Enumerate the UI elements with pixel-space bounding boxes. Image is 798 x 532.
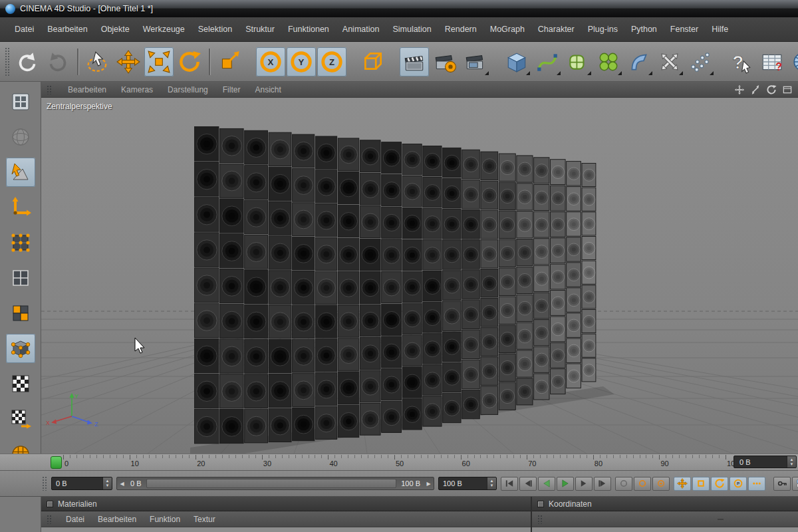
coordinates-menu-grip[interactable] bbox=[537, 515, 543, 524]
online-updater-button[interactable] bbox=[788, 47, 798, 76]
menu-item-simulation[interactable]: Simulation bbox=[386, 25, 438, 34]
transport-grip[interactable] bbox=[42, 476, 47, 491]
play-forwards-button[interactable] bbox=[557, 477, 574, 491]
viewport-canvas[interactable]: YXZ bbox=[41, 98, 798, 454]
play-backwards-button[interactable] bbox=[538, 477, 555, 491]
edges-mode-button[interactable] bbox=[6, 263, 35, 293]
materials-menu-grip[interactable] bbox=[47, 515, 53, 524]
model-mode-button[interactable] bbox=[6, 158, 35, 187]
use-object-mode-button[interactable] bbox=[6, 122, 35, 152]
key-position-button[interactable] bbox=[674, 477, 691, 491]
viewport-menu-filter[interactable]: Filter bbox=[215, 85, 248, 94]
goto-prev-key-button[interactable] bbox=[519, 477, 537, 491]
add-deformer-button[interactable] bbox=[624, 47, 654, 76]
range-track[interactable] bbox=[146, 479, 397, 488]
viewport-menu-bearbeiten[interactable]: Bearbeiten bbox=[61, 85, 114, 94]
key-scale-button[interactable] bbox=[692, 477, 710, 491]
commander-button[interactable]: ? bbox=[757, 47, 787, 76]
menu-item-python[interactable]: Python bbox=[624, 25, 664, 34]
materials-panel-body[interactable] bbox=[41, 527, 531, 532]
autokeying-button[interactable] bbox=[634, 477, 651, 491]
toolbar-grip[interactable] bbox=[5, 47, 10, 76]
live-selection-button[interactable] bbox=[83, 47, 112, 76]
range-right-arrow[interactable]: ▶ bbox=[424, 481, 434, 487]
lock-x-axis-button[interactable]: X bbox=[256, 47, 285, 76]
add-spline-button[interactable] bbox=[533, 47, 562, 76]
timeline-ruler[interactable]: 0102030405060708090100 0 B ▲▼ bbox=[0, 454, 798, 471]
materials-menu-bearbeiten[interactable]: Bearbeiten bbox=[91, 515, 143, 524]
timeline-playhead[interactable] bbox=[51, 456, 62, 469]
menu-item-werkzeuge[interactable]: Werkzeuge bbox=[136, 25, 192, 34]
key-parameter-button[interactable]: P bbox=[730, 477, 747, 491]
range-start-stepper[interactable]: ▲▼ bbox=[102, 477, 112, 489]
coordinates-panel-body[interactable] bbox=[532, 527, 798, 532]
render-view-button[interactable] bbox=[400, 47, 429, 76]
object-axis-mode-button[interactable] bbox=[6, 193, 35, 222]
scale-tool-button[interactable] bbox=[144, 47, 174, 76]
add-generator-button[interactable] bbox=[563, 47, 593, 76]
add-environment-button[interactable] bbox=[655, 47, 684, 76]
points-mode-button[interactable] bbox=[6, 228, 35, 257]
render-settings-button[interactable] bbox=[430, 47, 460, 76]
range-end-spinner[interactable]: 100 B ▲▼ bbox=[438, 477, 497, 490]
texture-axis-mode-button[interactable] bbox=[6, 404, 35, 434]
menu-item-datei[interactable]: Datei bbox=[8, 25, 41, 34]
menu-item-bearbeiten[interactable]: Bearbeiten bbox=[41, 25, 94, 34]
enable-snap-button[interactable] bbox=[6, 334, 35, 363]
goto-next-key-button[interactable] bbox=[594, 477, 611, 491]
rotate-view-button[interactable] bbox=[765, 84, 777, 95]
last-tool-button[interactable] bbox=[215, 47, 244, 76]
range-start-spinner[interactable]: 0 B ▲▼ bbox=[51, 477, 112, 490]
texture-mode-button[interactable] bbox=[6, 369, 35, 398]
menu-item-struktur[interactable]: Struktur bbox=[239, 25, 281, 34]
menu-item-charakter[interactable]: Charakter bbox=[531, 25, 581, 34]
range-left-arrow[interactable]: ◀ bbox=[117, 481, 127, 487]
range-end-stepper[interactable]: ▲▼ bbox=[487, 477, 496, 489]
goto-next-frame-button[interactable] bbox=[575, 477, 593, 491]
key-pla-button[interactable] bbox=[748, 477, 765, 491]
key-rotation-button[interactable] bbox=[711, 477, 728, 491]
rotate-tool-button[interactable] bbox=[175, 47, 204, 76]
add-particles-button[interactable] bbox=[686, 47, 715, 76]
layer-manager-button[interactable] bbox=[792, 477, 798, 491]
frame-field[interactable]: 0 B ▲▼ bbox=[733, 456, 797, 468]
menu-item-selektion[interactable]: Selektion bbox=[192, 25, 239, 34]
help-button[interactable]: ? bbox=[727, 47, 756, 76]
materials-menu-datei[interactable]: Datei bbox=[59, 515, 91, 524]
zoom-view-button[interactable] bbox=[749, 84, 761, 95]
frame-field-stepper[interactable]: ▲▼ bbox=[787, 456, 796, 467]
lock-y-axis-button[interactable]: Y bbox=[287, 47, 316, 76]
undo-button[interactable] bbox=[13, 47, 42, 76]
viewport-menu-ansicht[interactable]: Ansicht bbox=[247, 85, 288, 94]
toggle-view-button[interactable] bbox=[781, 84, 793, 95]
menu-item-animation[interactable]: Animation bbox=[336, 25, 386, 34]
add-primitive-button[interactable] bbox=[502, 47, 531, 76]
menu-item-rendern[interactable]: Rendern bbox=[438, 25, 483, 34]
materials-menu-funktion[interactable]: Funktion bbox=[143, 515, 187, 524]
title-bar[interactable]: CINEMA 4D Studio - [Ohne Titel 1 *] bbox=[0, 0, 798, 17]
polygons-mode-button[interactable] bbox=[6, 299, 35, 328]
pan-view-button[interactable] bbox=[733, 84, 745, 95]
viewport-grip[interactable] bbox=[47, 85, 53, 94]
lock-z-axis-button[interactable]: Z bbox=[317, 47, 346, 76]
goto-start-button[interactable] bbox=[501, 477, 518, 491]
materials-menu-textur[interactable]: Textur bbox=[187, 515, 222, 524]
coordinates-panel-header[interactable]: Koordinaten bbox=[532, 497, 798, 511]
keyframe-selection-button[interactable] bbox=[652, 477, 670, 491]
coordinate-system-button[interactable] bbox=[358, 47, 388, 76]
viewport-menu-kameras[interactable]: Kameras bbox=[114, 85, 160, 94]
menu-item-fenster[interactable]: Fenster bbox=[664, 25, 705, 34]
menu-item-plug-ins[interactable]: Plug-ins bbox=[581, 25, 624, 34]
menu-item-funktionen[interactable]: Funktionen bbox=[281, 25, 336, 34]
move-tool-button[interactable] bbox=[114, 47, 143, 76]
add-array-button[interactable] bbox=[594, 47, 623, 76]
menu-item-mograph[interactable]: MoGraph bbox=[483, 25, 531, 34]
render-picture-viewer-button[interactable] bbox=[461, 47, 490, 76]
menu-item-hilfe[interactable]: Hilfe bbox=[705, 25, 735, 34]
redo-button[interactable] bbox=[43, 47, 72, 76]
menu-item-objekte[interactable]: Objekte bbox=[94, 25, 136, 34]
make-editable-button[interactable] bbox=[6, 87, 35, 116]
timeline-key-button[interactable] bbox=[773, 477, 791, 491]
materials-panel-header[interactable]: Materialien bbox=[41, 497, 531, 511]
viewport-menu-darstellung[interactable]: Darstellung bbox=[160, 85, 215, 94]
